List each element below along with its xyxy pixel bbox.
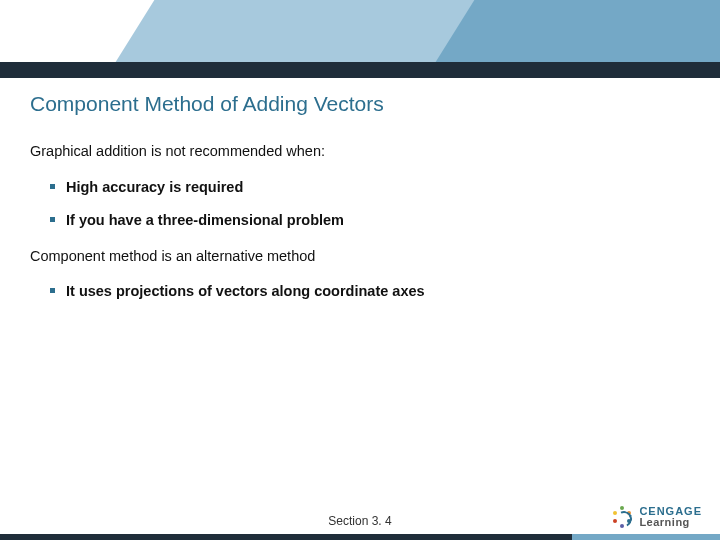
bullet-list-1: High accuracy is required If you have a … (30, 178, 690, 231)
list-item: If you have a three-dimensional problem (50, 211, 690, 231)
bullet-list-2: It uses projections of vectors along coo… (30, 282, 690, 302)
footer-bar (0, 534, 720, 540)
paragraph-2: Component method is an alternative metho… (30, 247, 690, 267)
brand-line-2: Learning (639, 517, 702, 528)
logo-icon (611, 506, 633, 528)
logo-text: CENGAGE Learning (639, 506, 702, 528)
banner-bar (0, 62, 720, 78)
header-banner (0, 0, 720, 78)
list-item: High accuracy is required (50, 178, 690, 198)
paragraph-1: Graphical addition is not recommended wh… (30, 142, 690, 162)
content-area: Component Method of Adding Vectors Graph… (0, 78, 720, 302)
list-item: It uses projections of vectors along coo… (50, 282, 690, 302)
footer: Section 3. 4 CENGAGE Learning (0, 510, 720, 540)
banner-shape-dark (436, 0, 720, 62)
brand-logo: CENGAGE Learning (611, 506, 702, 528)
slide-title: Component Method of Adding Vectors (30, 92, 690, 116)
